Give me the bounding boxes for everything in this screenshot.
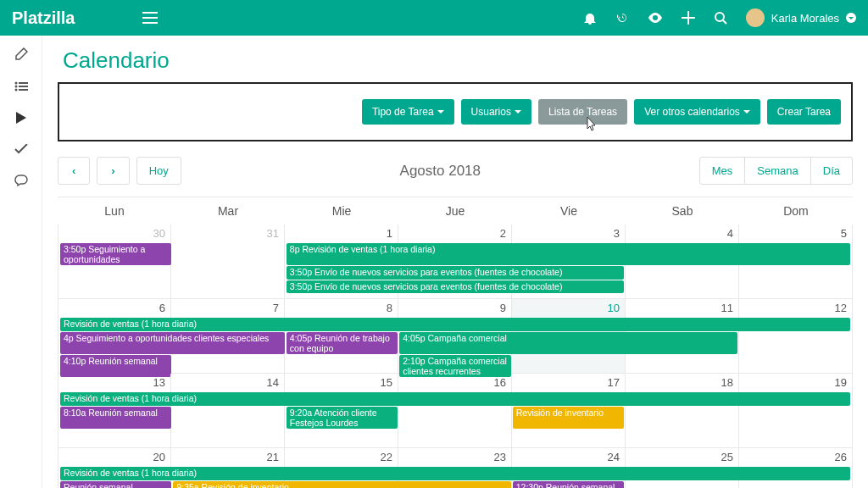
avatar (746, 8, 765, 27)
svg-line-6 (723, 20, 726, 24)
calendar-event[interactable]: Revisión de inventario (513, 407, 624, 429)
day-number: 30 (153, 227, 165, 240)
dow-label: Sab (626, 197, 739, 225)
left-sidebar (0, 36, 42, 488)
chat-icon[interactable] (14, 175, 28, 186)
day-number: 12 (835, 302, 847, 314)
svg-point-5 (715, 13, 724, 21)
week-row: 13141516171819Revisión de ventas (1 hora… (58, 374, 853, 448)
day-number: 11 (721, 302, 733, 314)
day-of-week-row: LunMarMieJueVieSabDom (58, 197, 853, 225)
tipo-tarea-button[interactable]: Tipo de Tarea (362, 99, 454, 125)
calendar-event[interactable]: 8:10a Reunión semanal (60, 407, 171, 429)
dow-label: Mar (171, 197, 285, 225)
day-number: 14 (267, 376, 279, 389)
day-number: 7 (273, 302, 279, 314)
day-number: 8 (387, 302, 392, 314)
day-number: 4 (727, 227, 733, 240)
day-number: 21 (267, 451, 279, 463)
day-number: 15 (381, 376, 392, 389)
svg-rect-13 (19, 89, 28, 91)
check-icon[interactable] (14, 144, 28, 154)
day-cell[interactable]: 12 (739, 299, 853, 374)
view-day-button[interactable]: Día (810, 157, 853, 185)
next-button[interactable]: › (97, 157, 129, 185)
day-cell[interactable]: 31 (171, 225, 285, 299)
top-bar: Platzilla Karla Morales (0, 0, 868, 36)
page-title: Calendario (63, 47, 853, 74)
svg-rect-9 (19, 82, 28, 84)
svg-point-10 (14, 86, 17, 88)
view-switch: Mes Semana Día (699, 157, 853, 185)
day-number: 20 (153, 451, 165, 463)
calendar-event[interactable]: 3:50p Envío de nuevos servicios para eve… (287, 266, 624, 280)
dow-label: Lun (58, 197, 171, 225)
day-number: 17 (608, 376, 620, 389)
svg-point-12 (14, 89, 17, 92)
chevron-down-icon (846, 13, 856, 23)
calendar-event[interactable]: 3:50p Envío de nuevos servicios para eve… (287, 280, 624, 294)
prev-button[interactable]: ‹ (58, 157, 90, 185)
caret-down-icon (515, 110, 521, 114)
caret-down-icon (743, 110, 750, 114)
user-menu[interactable]: Karla Morales (746, 8, 856, 27)
day-number: 9 (500, 302, 506, 314)
week-row: 6789101112Revisión de ventas (1 hora dia… (58, 299, 853, 374)
calendar-event[interactable]: 9:20a Atención cliente Festejos Lourdes (287, 407, 398, 429)
lista-tareas-button[interactable]: Lista de Tareas (538, 99, 627, 125)
day-number: 19 (835, 376, 847, 389)
calendar-event[interactable]: 4p Seguimiento a oportunidades clientes … (60, 332, 285, 354)
caret-down-icon (437, 110, 444, 114)
usuarios-button[interactable]: Usuarios (461, 99, 531, 125)
day-number: 1 (387, 227, 392, 240)
day-number: 24 (608, 451, 620, 463)
day-number: 23 (494, 451, 506, 463)
day-cell[interactable]: 18 (626, 374, 739, 448)
calendar-event[interactable]: 4:05p Campaña comercial (399, 332, 737, 354)
hamburger-icon[interactable] (142, 12, 158, 24)
day-number: 10 (608, 302, 620, 314)
play-icon[interactable] (16, 112, 26, 124)
user-name: Karla Morales (771, 12, 839, 25)
day-number: 3 (614, 227, 620, 240)
calendar-event[interactable]: Reunión semanal (60, 481, 171, 488)
crear-tarea-button[interactable]: Crear Tarea (767, 99, 841, 125)
dow-label: Mie (285, 197, 398, 225)
calendar-event[interactable]: Revisión de ventas (1 hora diaria) (60, 467, 850, 480)
eye-icon[interactable] (648, 13, 663, 23)
ver-otros-button[interactable]: Ver otros calendarios (634, 99, 760, 125)
day-number: 31 (267, 227, 279, 240)
calendar-event[interactable]: 3:50p Seguimiento a oportunidades (60, 243, 171, 265)
plus-icon[interactable] (682, 11, 695, 25)
day-cell[interactable]: 16 (398, 374, 512, 448)
calendar-event[interactable]: 9:35a Revisión de inventario (173, 481, 510, 488)
view-week-button[interactable]: Semana (744, 157, 810, 185)
view-month-button[interactable]: Mes (699, 157, 746, 185)
svg-rect-2 (142, 22, 158, 24)
day-cell[interactable]: 19 (739, 374, 853, 448)
svg-rect-4 (682, 17, 695, 19)
day-number: 18 (721, 376, 733, 389)
bell-icon[interactable] (583, 11, 597, 25)
svg-rect-1 (142, 17, 158, 19)
week-row: 3031123453:50p Seguimiento a oportunidad… (58, 225, 853, 299)
day-number: 22 (381, 451, 392, 463)
day-number: 16 (494, 376, 506, 389)
brand-logo: Platzilla (12, 8, 75, 28)
day-cell[interactable]: 14 (171, 374, 285, 448)
day-number: 5 (841, 227, 847, 240)
svg-rect-0 (142, 12, 158, 14)
calendar-event[interactable]: Revisión de ventas (1 hora diaria) (60, 318, 850, 331)
search-icon[interactable] (714, 11, 727, 25)
calendar-event[interactable]: 8p Revisión de ventas (1 hora diaria) (287, 243, 850, 265)
calendar-event[interactable]: 4:05p Reunión de trabajo con equipo (287, 332, 398, 354)
today-button[interactable]: Hoy (136, 157, 181, 185)
list-icon[interactable] (14, 81, 28, 92)
calendar-event[interactable]: 12:30p Reunión semanal (513, 481, 624, 488)
calendar-grid: LunMarMieJueVieSabDom 3031123453:50p Seg… (58, 197, 853, 488)
edit-icon[interactable] (14, 47, 28, 61)
calendar-event[interactable]: Revisión de ventas (1 hora diaria) (60, 392, 850, 406)
main-content: Calendario Tipo de Tarea Usuarios Lista … (42, 36, 868, 488)
dow-label: Vie (512, 197, 626, 225)
history-icon[interactable] (615, 11, 629, 25)
